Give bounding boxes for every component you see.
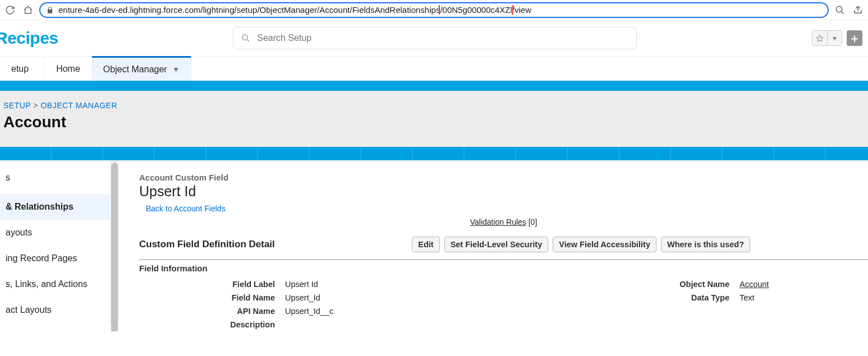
lock-icon	[46, 6, 54, 14]
edit-button[interactable]: Edit	[412, 237, 439, 252]
sidebar-item[interactable]: ayouts	[0, 220, 110, 246]
star-icon[interactable]	[812, 31, 827, 45]
data-type-row: Data Type Text	[594, 291, 868, 304]
url-highlight-segment: /00N5g00000c4XZl	[440, 5, 512, 15]
browser-chrome: enture-4a6-dev-ed.lightning.force.com/li…	[0, 0, 868, 20]
search-input[interactable]	[257, 33, 628, 43]
sidebar: s & Relationships ayouts ing Record Page…	[0, 160, 119, 323]
api-name-row: API Name Upsert_Id__c	[139, 304, 425, 318]
home-icon[interactable]	[21, 3, 35, 17]
favorite-group[interactable]: ▾	[812, 30, 842, 46]
banner-top	[0, 81, 868, 91]
section-title: Custom Field Definition Detail	[139, 239, 275, 250]
tab-object-manager[interactable]: Object Manager ▼	[92, 56, 191, 81]
tab-object-manager-label: Object Manager	[103, 64, 167, 75]
svg-point-1	[242, 35, 247, 40]
sidebar-scrollbar[interactable]: ▴	[110, 160, 119, 323]
validation-rules-link[interactable]: Validation Rules [0]	[139, 218, 868, 226]
reload-icon[interactable]	[3, 3, 17, 17]
divider	[139, 259, 868, 260]
add-tab-button[interactable]: ＋	[847, 30, 862, 46]
page-header: SETUP > OBJECT MANAGER Account	[0, 91, 868, 147]
url-text: enture-4a6-dev-ed.lightning.force.com/li…	[58, 5, 822, 15]
content: Account Custom Field Upsert Id Back to A…	[119, 160, 868, 331]
page-title: Account	[3, 113, 862, 131]
breadcrumb: SETUP > OBJECT MANAGER	[3, 101, 862, 110]
field-name-row: Field Name Upsert_Id	[139, 291, 425, 304]
object-name-row: Object Name Account	[594, 278, 868, 291]
field-label-row: Field Label Upsert Id	[139, 278, 425, 291]
description-row: Description	[139, 318, 425, 331]
sidebar-item-fields[interactable]: & Relationships	[0, 194, 110, 220]
share-icon[interactable]	[851, 3, 865, 17]
chevron-down-icon[interactable]: ▾	[827, 31, 842, 45]
url-pre: enture-4a6-dev-ed.lightning.force.com/li…	[58, 5, 440, 15]
block-heading: Field Information	[139, 263, 868, 273]
address-bar[interactable]: enture-4a6-dev-ed.lightning.force.com/li…	[39, 2, 829, 18]
nav-tabs: etup Home Object Manager ▼	[0, 56, 868, 81]
field-title: Upsert Id	[139, 183, 868, 200]
object-name-link[interactable]: Account	[740, 280, 769, 289]
search-icon	[241, 34, 250, 43]
back-link[interactable]: Back to Account Fields	[146, 204, 226, 213]
scroll-thumb[interactable]	[111, 164, 118, 331]
sidebar-item[interactable]: s	[0, 165, 110, 191]
url-post: /view	[512, 5, 531, 15]
search-setup[interactable]	[233, 27, 637, 49]
set-fls-button[interactable]: Set Field-Level Security	[444, 237, 549, 252]
where-used-button[interactable]: Where is this used?	[661, 237, 750, 252]
breadcrumb-object-manager[interactable]: OBJECT MANAGER	[40, 101, 117, 110]
view-field-accessibility-button[interactable]: View Field Accessibility	[553, 237, 656, 252]
chevron-down-icon[interactable]: ▼	[173, 66, 180, 73]
sidebar-item[interactable]: s, Links, and Actions	[0, 271, 110, 297]
tab-home[interactable]: Home	[45, 57, 92, 81]
tab-setup[interactable]: etup	[0, 57, 45, 81]
svg-point-0	[836, 6, 842, 12]
setup-header: Recipes ▾ ＋	[0, 20, 868, 56]
zoom-icon[interactable]	[833, 3, 847, 17]
brand-logo: Recipes	[0, 29, 58, 48]
breadcrumb-setup[interactable]: SETUP	[3, 101, 31, 110]
sidebar-item[interactable]: ing Record Pages	[0, 246, 110, 271]
field-subtitle: Account Custom Field	[139, 173, 868, 182]
banner-bottom	[0, 147, 868, 160]
sidebar-item[interactable]: act Layouts	[0, 297, 110, 323]
